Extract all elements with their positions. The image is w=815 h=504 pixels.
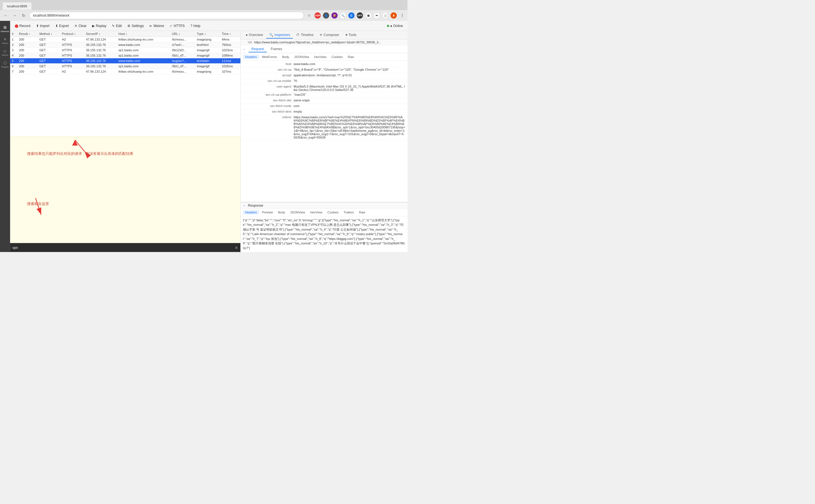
res-subtab-body[interactable]: Body bbox=[276, 210, 288, 215]
cell-type: image/png bbox=[195, 69, 221, 74]
export-icon: ⬇ bbox=[55, 24, 58, 28]
tab-tools[interactable]: ♥ Tools bbox=[343, 32, 359, 39]
tab-inspectors[interactable]: 🔍 Inspectors bbox=[266, 32, 293, 39]
col-num[interactable]: # bbox=[10, 31, 17, 37]
forward-button[interactable]: → bbox=[11, 12, 18, 19]
col-method[interactable]: Method ↕ bbox=[38, 31, 60, 37]
tab-composer[interactable]: ✈ Composer bbox=[317, 32, 342, 39]
subtab-cookies[interactable]: Cookies bbox=[329, 55, 345, 59]
replay-icon: ▶ bbox=[92, 24, 95, 28]
record-button[interactable]: ⬤ Record bbox=[12, 23, 33, 29]
table-row[interactable]: 2200GETHTTPS36.155.132.76www.baidu.com/s… bbox=[10, 42, 241, 48]
col-protocol[interactable]: Protocol ↕ bbox=[60, 31, 84, 37]
user-avatar[interactable]: A bbox=[391, 12, 397, 19]
table-row[interactable]: 3200GETHTTPS36.155.132.76sp1.baidu.com/5… bbox=[10, 48, 241, 53]
replay-button[interactable]: ▶ Replay bbox=[90, 23, 108, 29]
sidebar-label-plugins: Plugins bbox=[1, 66, 8, 68]
table-row[interactable]: 5200GETHTTPS36.155.132.76www.baidu.com/s… bbox=[10, 58, 241, 64]
composer-label: Composer bbox=[324, 33, 339, 37]
search-input[interactable] bbox=[12, 246, 233, 250]
tab-timeline[interactable]: ⏱ Timeline bbox=[293, 32, 316, 39]
ext-icon-1[interactable]: ADP bbox=[315, 12, 321, 19]
cell-url: /5bU_dT... bbox=[170, 64, 195, 69]
col-host[interactable]: Host ↕ bbox=[117, 31, 170, 37]
subtab-jsonview[interactable]: JSONView bbox=[292, 55, 311, 59]
col-type[interactable]: Type ↕ bbox=[195, 31, 221, 37]
sidebar-item-values[interactable]: ◇ Values bbox=[1, 47, 10, 58]
clear-label: Clear bbox=[78, 24, 86, 28]
ext-icon-4[interactable]: 🔍 bbox=[340, 12, 346, 19]
browser-tab[interactable]: localhost:8899 bbox=[2, 2, 32, 10]
header-name: sec-fetch-dest bbox=[243, 110, 294, 114]
back-button[interactable]: ← bbox=[2, 12, 9, 19]
ext-icon-8[interactable]: ✂ bbox=[374, 12, 380, 19]
composer-icon: ✈ bbox=[320, 33, 322, 37]
col-url[interactable]: URL ↕ bbox=[170, 31, 195, 37]
cell-time: 1023ms bbox=[220, 48, 241, 53]
settings-button[interactable]: ⚙ Settings bbox=[125, 23, 146, 29]
res-subtab-preview[interactable]: Preview bbox=[260, 210, 275, 215]
ext-icon-2[interactable]: 👤 bbox=[323, 12, 329, 19]
sidebar-item-network[interactable]: ⊞ Network bbox=[1, 23, 10, 34]
ext-icon-3[interactable]: 📦 bbox=[331, 12, 338, 19]
subtab-body[interactable]: Body bbox=[280, 55, 291, 59]
cell-url: /5bU_dT... bbox=[170, 53, 195, 58]
cell-url: /sugrec?... bbox=[170, 58, 195, 64]
ext-icon-7[interactable]: ⊞ bbox=[365, 12, 371, 19]
sidebar-label-network: Network bbox=[1, 30, 9, 33]
res-subtab-cookies[interactable]: Cookies bbox=[325, 210, 341, 215]
network-table-panel: # Result ↕ Method ↕ Protocol ↕ ServerIP … bbox=[10, 31, 241, 252]
response-label[interactable]: ← Response bbox=[241, 202, 408, 209]
import-button[interactable]: ⬆ Import bbox=[34, 23, 52, 29]
subtab-hexview[interactable]: HexView bbox=[312, 55, 329, 59]
settings-icon: ⚙ bbox=[127, 24, 130, 28]
res-subtab-headers[interactable]: Headers bbox=[243, 210, 259, 215]
help-button[interactable]: ? Help bbox=[188, 23, 202, 29]
res-subtab-raw[interactable]: Raw bbox=[357, 210, 368, 215]
subtab-webforms[interactable]: WebForms bbox=[260, 55, 279, 59]
res-subtab-hexview[interactable]: HexView bbox=[308, 210, 325, 215]
https-button[interactable]: ✓ HTTPS bbox=[167, 23, 187, 29]
cell-host: feilian.shizhuang-inc.com bbox=[117, 69, 170, 74]
header-value: https://www.baidu.com/s?wd=mac%20%E7%94%… bbox=[294, 115, 405, 139]
sidebar-item-rules[interactable]: ≡ Rules bbox=[1, 35, 10, 46]
header-row: refererhttps://www.baidu.com/s?wd=mac%20… bbox=[241, 115, 408, 140]
table-row[interactable]: 1200GETH247.96.133.124feilian.shizhuang-… bbox=[10, 37, 241, 42]
cell-url: /5b1ZeD... bbox=[170, 48, 195, 53]
ext-icon-9[interactable]: ⬜ bbox=[382, 12, 388, 19]
export-button[interactable]: ⬇ Export bbox=[53, 23, 71, 29]
col-serverip[interactable]: ServerIP ↕ bbox=[84, 31, 117, 37]
refresh-button[interactable]: ↻ bbox=[20, 12, 27, 19]
col-result[interactable]: Result ↕ bbox=[17, 31, 37, 37]
star-icon[interactable]: ☆ bbox=[306, 12, 312, 19]
sidebar-item-plugins[interactable]: ⬡ Plugins bbox=[1, 59, 10, 70]
clear-button[interactable]: ✕ Clear bbox=[72, 23, 89, 29]
table-row[interactable]: 6200GETHTTPS36.155.132.76sp1.baidu.com/5… bbox=[10, 64, 241, 69]
tools-icon: ♥ bbox=[346, 33, 348, 37]
table-row[interactable]: 4200GETHTTPS36.155.132.76sp1.baidu.com/5… bbox=[10, 53, 241, 58]
network-icon: ⊞ bbox=[3, 25, 7, 30]
edit-button[interactable]: ✎ Edit bbox=[110, 23, 124, 29]
address-bar[interactable]: localhost:8899/#network bbox=[29, 12, 304, 19]
header-name: accept bbox=[243, 73, 294, 78]
edit-icon: ✎ bbox=[112, 24, 115, 28]
req-tab-request[interactable]: Request bbox=[249, 46, 267, 52]
req-tab-frames[interactable]: Frames bbox=[268, 46, 285, 52]
export-label: Export bbox=[59, 24, 69, 28]
search-clear-button[interactable]: ✕ bbox=[235, 246, 238, 250]
menu-icon[interactable]: ⋮ bbox=[399, 12, 405, 19]
weinre-button[interactable]: ⊳ Weinre bbox=[147, 23, 166, 29]
col-time[interactable]: Time ↕ bbox=[220, 31, 241, 37]
cell-protocol: HTTPS bbox=[60, 48, 84, 53]
res-subtab-trailers[interactable]: Trailers bbox=[342, 210, 356, 215]
subtab-headers[interactable]: Headers bbox=[243, 55, 259, 59]
tab-overview[interactable]: ● Overview bbox=[243, 32, 266, 39]
ext-icon-6[interactable]: OFF bbox=[357, 12, 363, 19]
ext-icon-5[interactable]: G bbox=[348, 12, 355, 19]
sub-tabs: Headers WebForms Body JSONView HexView C… bbox=[241, 53, 408, 61]
subtab-raw[interactable]: Raw bbox=[346, 55, 356, 59]
res-subtab-jsonview[interactable]: JSONView bbox=[288, 210, 308, 215]
header-value: application/json, text/javascript, */*; … bbox=[294, 73, 405, 78]
timeline-label: Timeline bbox=[301, 33, 313, 37]
table-row[interactable]: 7200GETH247.96.133.124feilian.shizhuang-… bbox=[10, 69, 241, 74]
